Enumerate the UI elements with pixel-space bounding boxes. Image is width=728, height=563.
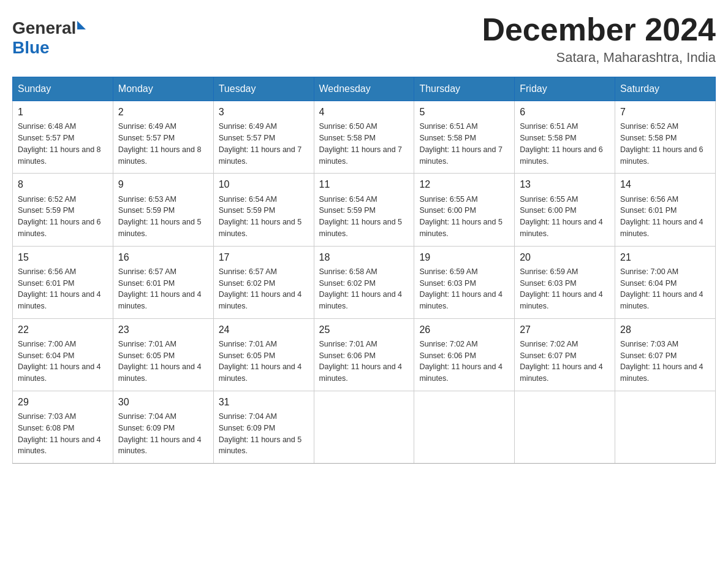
- table-row: 23Sunrise: 7:01 AMSunset: 6:05 PMDayligh…: [113, 318, 213, 391]
- day-number: 4: [319, 105, 409, 119]
- day-number: 14: [620, 177, 710, 191]
- calendar-week-row: 29Sunrise: 7:03 AMSunset: 6:08 PMDayligh…: [13, 391, 716, 463]
- table-row: 31Sunrise: 7:04 AMSunset: 6:09 PMDayligh…: [213, 391, 314, 463]
- day-info: Sunrise: 7:02 AMSunset: 6:07 PMDaylight:…: [520, 339, 610, 385]
- day-number: 3: [219, 105, 309, 119]
- day-number: 22: [18, 323, 108, 337]
- day-info: Sunrise: 7:02 AMSunset: 6:06 PMDaylight:…: [419, 339, 509, 385]
- day-number: 29: [18, 395, 108, 409]
- table-row: 11Sunrise: 6:54 AMSunset: 5:59 PMDayligh…: [314, 174, 414, 246]
- calendar-week-row: 15Sunrise: 6:56 AMSunset: 6:01 PMDayligh…: [13, 246, 716, 318]
- header-friday: Friday: [515, 77, 615, 101]
- day-number: 11: [319, 177, 409, 191]
- table-row: 26Sunrise: 7:02 AMSunset: 6:06 PMDayligh…: [414, 318, 515, 391]
- table-row: [414, 391, 515, 463]
- table-row: 18Sunrise: 6:58 AMSunset: 6:02 PMDayligh…: [314, 246, 414, 318]
- header: General Blue December 2024 Satara, Mahar…: [12, 12, 716, 66]
- day-info: Sunrise: 6:51 AMSunset: 5:58 PMDaylight:…: [520, 121, 610, 167]
- table-row: 2Sunrise: 6:49 AMSunset: 5:57 PMDaylight…: [113, 101, 213, 174]
- table-row: [314, 391, 414, 463]
- day-info: Sunrise: 6:59 AMSunset: 6:03 PMDaylight:…: [520, 266, 610, 312]
- day-number: 27: [520, 323, 610, 337]
- logo: General Blue: [12, 18, 86, 58]
- day-info: Sunrise: 7:01 AMSunset: 6:06 PMDaylight:…: [319, 339, 409, 385]
- table-row: 29Sunrise: 7:03 AMSunset: 6:08 PMDayligh…: [13, 391, 113, 463]
- day-info: Sunrise: 6:54 AMSunset: 5:59 PMDaylight:…: [219, 194, 309, 240]
- day-number: 8: [18, 177, 108, 191]
- day-info: Sunrise: 7:04 AMSunset: 6:09 PMDaylight:…: [219, 411, 309, 457]
- table-row: 16Sunrise: 6:57 AMSunset: 6:01 PMDayligh…: [113, 246, 213, 318]
- day-info: Sunrise: 6:57 AMSunset: 6:02 PMDaylight:…: [219, 266, 309, 312]
- table-row: 6Sunrise: 6:51 AMSunset: 5:58 PMDaylight…: [515, 101, 615, 174]
- day-number: 20: [520, 250, 610, 264]
- header-saturday: Saturday: [615, 77, 716, 101]
- day-number: 24: [219, 323, 309, 337]
- day-number: 1: [18, 105, 108, 119]
- table-row: 12Sunrise: 6:55 AMSunset: 6:00 PMDayligh…: [414, 174, 515, 246]
- day-number: 23: [118, 323, 208, 337]
- day-info: Sunrise: 6:55 AMSunset: 6:00 PMDaylight:…: [520, 194, 610, 240]
- calendar-week-row: 1Sunrise: 6:48 AMSunset: 5:57 PMDaylight…: [13, 101, 716, 174]
- logo-triangle-icon: [77, 21, 86, 29]
- table-row: 30Sunrise: 7:04 AMSunset: 6:09 PMDayligh…: [113, 391, 213, 463]
- table-row: 27Sunrise: 7:02 AMSunset: 6:07 PMDayligh…: [515, 318, 615, 391]
- day-number: 28: [620, 323, 710, 337]
- table-row: 9Sunrise: 6:53 AMSunset: 5:59 PMDaylight…: [113, 174, 213, 246]
- day-number: 7: [620, 105, 710, 119]
- table-row: 25Sunrise: 7:01 AMSunset: 6:06 PMDayligh…: [314, 318, 414, 391]
- day-info: Sunrise: 7:01 AMSunset: 6:05 PMDaylight:…: [219, 339, 309, 385]
- table-row: 19Sunrise: 6:59 AMSunset: 6:03 PMDayligh…: [414, 246, 515, 318]
- day-info: Sunrise: 7:00 AMSunset: 6:04 PMDaylight:…: [18, 339, 108, 385]
- day-number: 17: [219, 250, 309, 264]
- day-info: Sunrise: 6:53 AMSunset: 5:59 PMDaylight:…: [118, 194, 208, 240]
- day-info: Sunrise: 6:49 AMSunset: 5:57 PMDaylight:…: [118, 121, 208, 167]
- calendar-week-row: 22Sunrise: 7:00 AMSunset: 6:04 PMDayligh…: [13, 318, 716, 391]
- day-info: Sunrise: 6:56 AMSunset: 6:01 PMDaylight:…: [18, 266, 108, 312]
- day-number: 31: [219, 395, 309, 409]
- table-row: [615, 391, 716, 463]
- table-row: 20Sunrise: 6:59 AMSunset: 6:03 PMDayligh…: [515, 246, 615, 318]
- table-row: 7Sunrise: 6:52 AMSunset: 5:58 PMDaylight…: [615, 101, 716, 174]
- table-row: 13Sunrise: 6:55 AMSunset: 6:00 PMDayligh…: [515, 174, 615, 246]
- title-area: December 2024 Satara, Maharashtra, India: [482, 12, 716, 66]
- header-tuesday: Tuesday: [213, 77, 314, 101]
- table-row: [515, 391, 615, 463]
- day-number: 10: [219, 177, 309, 191]
- day-info: Sunrise: 7:01 AMSunset: 6:05 PMDaylight:…: [118, 339, 208, 385]
- day-info: Sunrise: 7:03 AMSunset: 6:07 PMDaylight:…: [620, 339, 710, 385]
- day-number: 26: [419, 323, 509, 337]
- table-row: 3Sunrise: 6:49 AMSunset: 5:57 PMDaylight…: [213, 101, 314, 174]
- day-info: Sunrise: 6:48 AMSunset: 5:57 PMDaylight:…: [18, 121, 108, 167]
- month-year-title: December 2024: [482, 12, 716, 47]
- day-number: 21: [620, 250, 710, 264]
- location-subtitle: Satara, Maharashtra, India: [482, 50, 716, 66]
- table-row: 22Sunrise: 7:00 AMSunset: 6:04 PMDayligh…: [13, 318, 113, 391]
- day-info: Sunrise: 6:50 AMSunset: 5:58 PMDaylight:…: [319, 121, 409, 167]
- header-monday: Monday: [113, 77, 213, 101]
- calendar-table: Sunday Monday Tuesday Wednesday Thursday…: [12, 77, 716, 464]
- day-info: Sunrise: 6:52 AMSunset: 5:58 PMDaylight:…: [620, 121, 710, 167]
- day-number: 16: [118, 250, 208, 264]
- day-number: 2: [118, 105, 208, 119]
- table-row: 24Sunrise: 7:01 AMSunset: 6:05 PMDayligh…: [213, 318, 314, 391]
- day-info: Sunrise: 6:55 AMSunset: 6:00 PMDaylight:…: [419, 194, 509, 240]
- table-row: 8Sunrise: 6:52 AMSunset: 5:59 PMDaylight…: [13, 174, 113, 246]
- day-info: Sunrise: 6:59 AMSunset: 6:03 PMDaylight:…: [419, 266, 509, 312]
- day-number: 9: [118, 177, 208, 191]
- day-info: Sunrise: 6:54 AMSunset: 5:59 PMDaylight:…: [319, 194, 409, 240]
- calendar-week-row: 8Sunrise: 6:52 AMSunset: 5:59 PMDaylight…: [13, 174, 716, 246]
- day-info: Sunrise: 6:57 AMSunset: 6:01 PMDaylight:…: [118, 266, 208, 312]
- logo-general-text: General: [12, 18, 76, 38]
- table-row: 4Sunrise: 6:50 AMSunset: 5:58 PMDaylight…: [314, 101, 414, 174]
- day-number: 19: [419, 250, 509, 264]
- day-number: 30: [118, 395, 208, 409]
- day-number: 5: [419, 105, 509, 119]
- day-info: Sunrise: 6:52 AMSunset: 5:59 PMDaylight:…: [18, 194, 108, 240]
- day-info: Sunrise: 6:56 AMSunset: 6:01 PMDaylight:…: [620, 194, 710, 240]
- header-thursday: Thursday: [414, 77, 515, 101]
- day-number: 25: [319, 323, 409, 337]
- table-row: 17Sunrise: 6:57 AMSunset: 6:02 PMDayligh…: [213, 246, 314, 318]
- day-number: 13: [520, 177, 610, 191]
- day-info: Sunrise: 7:03 AMSunset: 6:08 PMDaylight:…: [18, 411, 108, 457]
- table-row: 5Sunrise: 6:51 AMSunset: 5:58 PMDaylight…: [414, 101, 515, 174]
